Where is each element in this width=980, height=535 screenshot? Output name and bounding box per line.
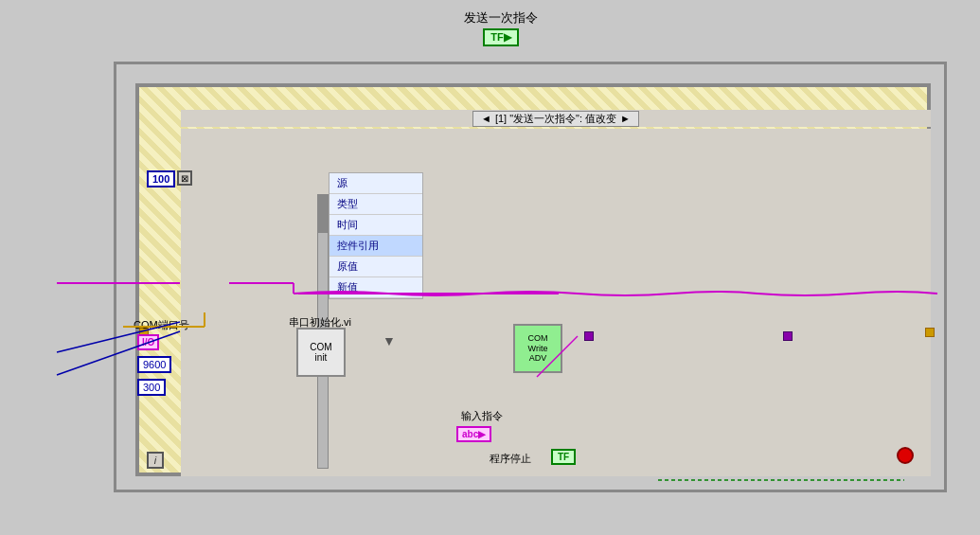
loop-case-title: [1] "发送一次指令": 值改变 xyxy=(495,112,616,126)
event-item-source: 源 xyxy=(330,173,422,194)
loop-header: ◄ [1] "发送一次指令": 值改变 ► xyxy=(181,110,931,127)
com-write-block: COM Write ADV xyxy=(513,324,562,373)
iteration-count-box: 100 xyxy=(147,170,175,187)
com-init-block: COM init xyxy=(296,328,346,377)
tf-top-box[interactable]: TF▶ xyxy=(483,28,518,46)
com-init-line2: init xyxy=(315,352,328,363)
terminal-purple-mid2 xyxy=(783,331,793,341)
baud-rate-box[interactable]: 9600 xyxy=(137,356,171,373)
main-container: 发送一次指令 TF▶ ◄ [1] "发送一次指令": 值改变 ► 100 ⊠ xyxy=(0,0,980,535)
event-item-new-val: 新值 xyxy=(330,277,422,298)
stop-label: 程序停止 xyxy=(490,452,531,466)
event-item-time: 时间 xyxy=(330,215,422,236)
top-label-area: 发送一次指令 TF▶ xyxy=(464,9,538,46)
terminal-purple-mid1 xyxy=(584,331,594,341)
com-init-line1: COM xyxy=(310,342,331,352)
com-write-line3: ADV xyxy=(529,353,547,364)
loop-title-box: ◄ [1] "发送一次指令": 值改变 ► xyxy=(472,111,639,127)
timeout-box[interactable]: 300 xyxy=(137,379,166,396)
input-cmd-label: 输入指令 xyxy=(461,409,503,423)
down-arrow: ▼ xyxy=(383,333,396,348)
inner-loop: ◄ [1] "发送一次指令": 值改变 ► 100 ⊠ 源 类型 时间 控件引用… xyxy=(135,83,931,476)
loop-inner xyxy=(181,129,931,476)
com-port-label: COM端口号 xyxy=(134,318,189,332)
stop-button[interactable] xyxy=(897,447,914,464)
event-item-old-val: 原值 xyxy=(330,257,422,277)
info-box: i xyxy=(147,452,164,469)
com-write-line1: COM xyxy=(528,333,548,344)
arrow-left-loop[interactable]: ◄ xyxy=(481,113,491,124)
com-write-line2: Write xyxy=(528,344,548,354)
tf-stop-box[interactable]: TF xyxy=(551,449,576,465)
send-once-label: 发送一次指令 xyxy=(464,9,538,27)
abc-input-box[interactable]: abc▶ xyxy=(456,426,491,442)
loop-icon: ⊠ xyxy=(177,170,192,186)
outer-frame: ◄ [1] "发送一次指令": 值改变 ► 100 ⊠ 源 类型 时间 控件引用… xyxy=(114,62,947,492)
event-list: 源 类型 时间 控件引用 原值 新值 xyxy=(329,172,423,299)
event-item-ctrl-ref: 控件引用 xyxy=(330,236,422,257)
io-input-box[interactable]: I/O xyxy=(137,334,159,350)
terminal-gold-right xyxy=(925,328,935,337)
arrow-right-loop[interactable]: ► xyxy=(620,113,631,124)
event-item-type: 类型 xyxy=(330,194,422,215)
